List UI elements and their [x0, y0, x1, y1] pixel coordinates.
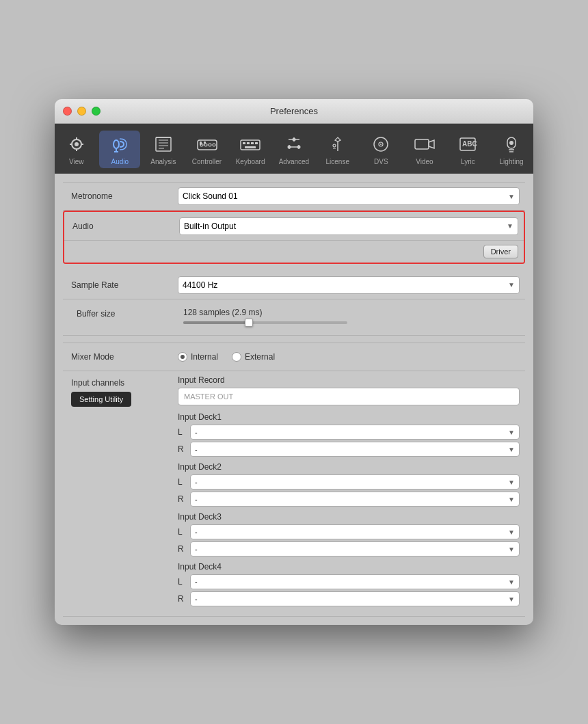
audio-label: Audio	[111, 158, 129, 165]
deck3-R-letter: R	[178, 544, 186, 554]
metronome-select[interactable]: Click Sound 01 ▼	[178, 187, 520, 205]
svg-rect-27	[245, 146, 256, 148]
mixer-mode-content: Internal External	[172, 348, 525, 366]
metronome-row: Metronome Click Sound 01 ▼	[63, 182, 525, 211]
sample-rate-content: 44100 Hz ▼	[172, 272, 525, 298]
maximize-button[interactable]	[92, 107, 101, 116]
deck1-R-value: -	[195, 445, 198, 453]
scroll-area: Metronome Click Sound 01 ▼ Audio Built-i…	[55, 174, 533, 625]
svg-rect-9	[156, 137, 171, 151]
input-channels-row: Input channels Setting Utility Input Rec…	[63, 371, 525, 617]
deck3-section: Input Deck3 L - ▼ R - ▼	[178, 512, 520, 557]
svg-point-1	[75, 142, 79, 146]
toolbar-item-audio[interactable]: Audio	[99, 131, 140, 168]
lighting-label: Lighting	[500, 158, 524, 165]
window-controls	[63, 107, 101, 116]
audio-arrow: ▼	[507, 222, 513, 230]
lighting-icon	[502, 133, 521, 155]
buffer-size-row: Buffer size 128 samples (2.9 ms)	[63, 299, 525, 336]
keyboard-icon	[239, 133, 261, 155]
toolbar-item-video[interactable]: Video	[404, 131, 445, 168]
setting-utility-button[interactable]: Setting Utility	[71, 392, 131, 407]
deck3-L-row: L - ▼	[178, 524, 520, 539]
deck1-L-select[interactable]: - ▼	[190, 425, 520, 440]
mixer-internal-option[interactable]: Internal	[178, 352, 218, 362]
deck1-L-value: -	[195, 428, 198, 436]
svg-marker-43	[429, 140, 434, 148]
mixer-external-label: External	[245, 352, 275, 362]
deck2-R-row: R - ▼	[178, 492, 520, 507]
audio-row: Audio Built-in Output ▼	[64, 212, 524, 241]
controller-label: Controller	[192, 158, 222, 165]
mixer-mode-radio-group: Internal External	[178, 352, 275, 362]
deck1-R-select[interactable]: - ▼	[190, 442, 520, 457]
deck3-R-select[interactable]: - ▼	[190, 541, 520, 557]
buffer-size-label: Buffer size	[68, 302, 178, 330]
close-button[interactable]	[63, 107, 72, 116]
deck2-L-select[interactable]: - ▼	[190, 474, 520, 490]
toolbar-item-keyboard[interactable]: Keyboard	[230, 131, 271, 168]
mixer-external-option[interactable]: External	[232, 352, 275, 362]
svg-rect-23	[243, 142, 245, 144]
deck1-section: Input Deck1 L - ▼ R - ▼	[178, 412, 520, 457]
svg-point-41	[380, 144, 382, 145]
svg-rect-20	[200, 142, 202, 145]
input-channels-content: Input Record MASTER OUT Input Deck1 L - …	[172, 371, 525, 616]
deck3-L-letter: L	[178, 527, 186, 537]
deck4-label: Input Deck4	[178, 562, 520, 572]
toolbar-item-controller[interactable]: Controller	[187, 131, 228, 168]
buffer-slider-thumb[interactable]	[245, 319, 253, 327]
mixer-internal-radio[interactable]	[178, 352, 187, 362]
content-area: Metronome Click Sound 01 ▼ Audio Built-i…	[55, 174, 533, 625]
audio-content: Built-in Output ▼	[174, 213, 524, 239]
buffer-size-value: 128 samples (2.9 ms)	[183, 308, 514, 317]
metronome-value: Click Sound 01	[183, 191, 238, 201]
svg-point-17	[204, 144, 207, 146]
deck1-R-row: R - ▼	[178, 442, 520, 457]
buffer-size-content: 128 samples (2.9 ms)	[178, 302, 520, 330]
deck2-R-select[interactable]: - ▼	[190, 492, 520, 507]
deck4-section: Input Deck4 L - ▼ R - ▼	[178, 562, 520, 606]
svg-point-19	[213, 144, 215, 146]
deck4-L-select[interactable]: - ▼	[190, 574, 520, 589]
minimize-button[interactable]	[77, 107, 86, 116]
mixer-internal-label: Internal	[191, 352, 218, 362]
keyboard-label: Keyboard	[236, 158, 265, 165]
audio-icon	[110, 133, 129, 155]
toolbar-item-advanced[interactable]: Advanced	[273, 131, 315, 168]
sample-rate-select[interactable]: 44100 Hz ▼	[178, 276, 520, 294]
toolbar-item-lyric[interactable]: ABC Lyric	[447, 131, 488, 168]
video-label: Video	[416, 158, 433, 165]
toolbar-item-analysis[interactable]: Analysis	[143, 131, 184, 168]
deck3-L-select[interactable]: - ▼	[190, 524, 520, 539]
deck2-L-value: -	[195, 478, 198, 486]
view-label: View	[69, 158, 84, 165]
toolbar-item-license[interactable]: License	[317, 131, 358, 168]
svg-rect-25	[251, 142, 254, 144]
svg-point-38	[333, 144, 336, 147]
toolbar-item-lighting[interactable]: Lighting	[491, 131, 532, 168]
audio-select[interactable]: Built-in Output ▼	[179, 217, 518, 235]
view-icon	[67, 133, 86, 155]
sample-rate-arrow: ▼	[508, 281, 515, 289]
dvs-icon	[371, 133, 390, 155]
deck2-L-row: L - ▼	[178, 474, 520, 490]
deck4-R-select[interactable]: - ▼	[190, 591, 520, 606]
mixer-external-radio[interactable]	[232, 352, 241, 362]
svg-text:ABC: ABC	[462, 140, 477, 148]
controller-icon	[196, 133, 218, 155]
deck3-R-value: -	[195, 545, 198, 553]
input-channels-label: Input channels Setting Utility	[63, 371, 172, 412]
metronome-content: Click Sound 01 ▼	[172, 183, 525, 209]
driver-row: Driver	[64, 241, 524, 263]
advanced-label: Advanced	[279, 158, 309, 165]
toolbar-item-dvs[interactable]: DVS	[360, 131, 401, 168]
driver-button[interactable]: Driver	[483, 245, 518, 258]
buffer-slider-fill	[183, 321, 249, 324]
mixer-mode-label: Mixer Mode	[63, 347, 172, 367]
toolbar-item-view[interactable]: View	[56, 131, 97, 168]
audio-highlighted-section: Audio Built-in Output ▼ Driver	[63, 211, 525, 264]
svg-rect-21	[204, 142, 206, 144]
advanced-icon	[284, 133, 304, 155]
svg-rect-26	[255, 142, 258, 144]
